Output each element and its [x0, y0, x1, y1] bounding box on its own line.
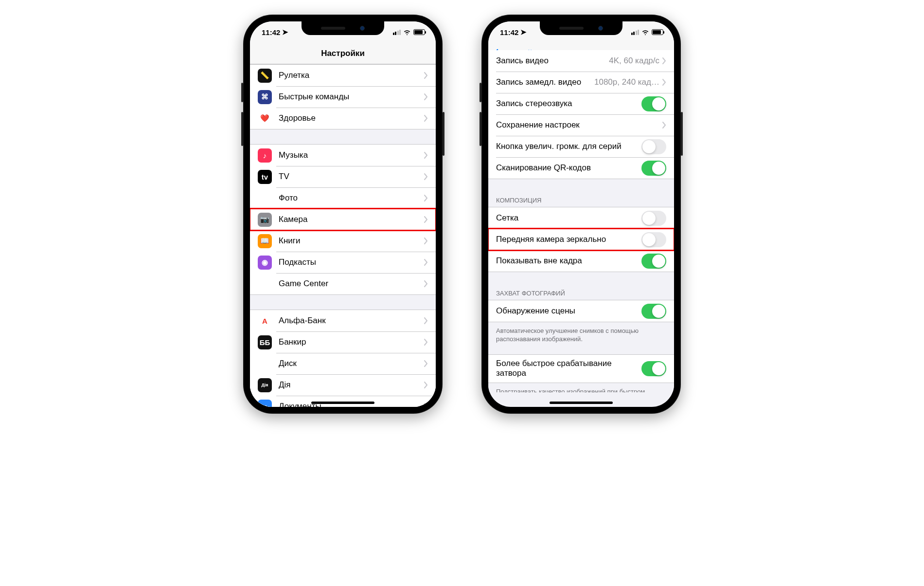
- group-recording: Запись видео4K, 60 кадр/с Запись замедл.…: [488, 50, 674, 179]
- section-footer-capture-2: Подстраивать качество изображений при бы…: [488, 385, 674, 392]
- row-label: Показывать вне кадра: [496, 256, 641, 266]
- chevron-right-icon: [424, 259, 428, 266]
- chevron-right-icon: [424, 152, 428, 159]
- chevron-right-icon: [424, 403, 428, 407]
- settings-row[interactable]: Сетка: [488, 207, 674, 229]
- row-label: Диск: [279, 359, 424, 368]
- settings-row[interactable]: ❤️ Здоровье: [250, 108, 436, 129]
- settings-row[interactable]: ✿ Фото: [250, 187, 436, 209]
- section-footer-capture: Автоматическое улучшение снимков с помощ…: [488, 324, 674, 347]
- settings-row[interactable]: 📷 Камера: [250, 209, 436, 230]
- content[interactable]: 📏 Рулетка ⌘ Быстрые команды ❤️ Здоровье …: [250, 64, 436, 407]
- settings-row[interactable]: tv TV: [250, 166, 436, 187]
- chevron-right-icon: [424, 216, 428, 223]
- phone-camera-settings: 11:42 ➤ Настройки Камера Запись видео4K,…: [481, 15, 681, 414]
- app-icon: A: [258, 314, 272, 328]
- row-label: Сохранение настроек: [496, 120, 662, 130]
- settings-row[interactable]: Показывать вне кадра: [488, 250, 674, 272]
- location-icon: ➤: [520, 28, 527, 37]
- row-label: Более быстрое срабатывание затвора: [496, 355, 641, 383]
- row-label: Рулетка: [279, 71, 424, 80]
- chevron-right-icon: [424, 317, 428, 324]
- row-label: Камера: [279, 215, 424, 224]
- toggle-switch[interactable]: [641, 161, 666, 176]
- home-indicator[interactable]: [550, 402, 613, 404]
- navbar: Настройки: [250, 43, 436, 64]
- chevron-right-icon: [424, 382, 428, 388]
- group-capture-2: Более быстрое срабатывание затвора: [488, 354, 674, 383]
- phone-settings: 11:42 ➤ Настройки 📏 Рулетка ⌘ Быстрые ко…: [243, 15, 443, 414]
- row-detail: 1080p, 240 кад…: [594, 77, 659, 87]
- settings-row[interactable]: Передняя камера зеркально: [488, 229, 674, 250]
- app-icon: ❤️: [258, 111, 272, 126]
- app-icon: ♪: [258, 148, 272, 163]
- app-icon: ●: [258, 277, 272, 291]
- chevron-right-icon: [662, 122, 666, 128]
- status-time: 11:42: [500, 28, 518, 37]
- group-3: A Альфа-Банк ББ Банкир ▲ Диск Дія Дія ≡ …: [250, 310, 436, 407]
- settings-row[interactable]: ▲ Диск: [250, 353, 436, 374]
- app-icon: Дія: [258, 378, 272, 392]
- app-icon: ББ: [258, 335, 272, 349]
- settings-row[interactable]: ◉ Подкасты: [250, 252, 436, 273]
- app-icon: 📷: [258, 213, 272, 227]
- settings-row[interactable]: A Альфа-Банк: [250, 310, 436, 331]
- settings-row[interactable]: Обнаружение сцены: [488, 300, 674, 322]
- chevron-right-icon: [424, 238, 428, 244]
- content[interactable]: Запись видео4K, 60 кадр/с Запись замедл.…: [488, 50, 674, 392]
- row-detail: 4K, 60 кадр/с: [609, 56, 659, 66]
- app-icon: ▲: [258, 357, 272, 371]
- row-label: Сканирование QR-кодов: [496, 163, 641, 173]
- row-label: Здоровье: [279, 113, 424, 123]
- row-label: Запись стереозвука: [496, 99, 641, 109]
- app-icon: ⌘: [258, 90, 272, 104]
- settings-row[interactable]: ♪ Музыка: [250, 145, 436, 166]
- chevron-right-icon: [424, 93, 428, 100]
- toggle-switch[interactable]: [641, 232, 666, 247]
- settings-row[interactable]: Кнопка увелич. громк. для серий: [488, 136, 674, 157]
- settings-row[interactable]: ● Game Center: [250, 273, 436, 294]
- cellular-icon: [393, 30, 401, 35]
- battery-icon: [413, 29, 425, 35]
- toggle-switch[interactable]: [641, 304, 666, 319]
- group-composition: Сетка Передняя камера зеркально Показыва…: [488, 207, 674, 272]
- settings-row[interactable]: 📖 Книги: [250, 230, 436, 252]
- settings-row[interactable]: Дія Дія: [250, 374, 436, 396]
- settings-row[interactable]: ББ Банкир: [250, 331, 436, 353]
- cellular-icon: [631, 30, 640, 35]
- settings-row[interactable]: 📏 Рулетка: [250, 65, 436, 86]
- chevron-right-icon: [662, 79, 666, 86]
- settings-row[interactable]: Запись стереозвука: [488, 93, 674, 114]
- toggle-switch[interactable]: [641, 96, 666, 111]
- toggle-switch[interactable]: [641, 361, 666, 376]
- toggle-switch[interactable]: [641, 139, 666, 154]
- settings-row[interactable]: ⌘ Быстрые команды: [250, 86, 436, 108]
- chevron-right-icon: [424, 173, 428, 180]
- home-indicator[interactable]: [311, 402, 374, 404]
- settings-row[interactable]: Сканирование QR-кодов: [488, 157, 674, 179]
- row-label: Банкир: [279, 337, 424, 347]
- chevron-right-icon: [424, 115, 428, 122]
- wifi-icon: [403, 28, 411, 37]
- settings-row[interactable]: Сохранение настроек: [488, 114, 674, 136]
- app-icon: ◉: [258, 256, 272, 270]
- chevron-right-icon: [424, 195, 428, 201]
- row-label: Музыка: [279, 150, 424, 160]
- settings-row[interactable]: Запись замедл. видео1080p, 240 кад…: [488, 72, 674, 93]
- settings-row[interactable]: Запись видео4K, 60 кадр/с: [488, 50, 674, 72]
- location-icon: ➤: [282, 28, 288, 37]
- group-capture: Обнаружение сцены: [488, 300, 674, 322]
- battery-icon: [652, 29, 663, 35]
- chevron-right-icon: [424, 280, 428, 287]
- settings-row[interactable]: Более быстрое срабатывание затвора: [488, 355, 674, 383]
- row-label: Быстрые команды: [279, 92, 424, 102]
- row-label: Передняя камера зеркально: [496, 235, 641, 244]
- row-label: Обнаружение сцены: [496, 306, 641, 316]
- app-icon: ✿: [258, 191, 272, 205]
- row-label: Фото: [279, 193, 424, 203]
- row-label: Game Center: [279, 279, 424, 289]
- app-icon: ≡: [258, 400, 272, 407]
- toggle-switch[interactable]: [641, 254, 666, 269]
- toggle-switch[interactable]: [641, 211, 666, 226]
- app-icon: tv: [258, 170, 272, 184]
